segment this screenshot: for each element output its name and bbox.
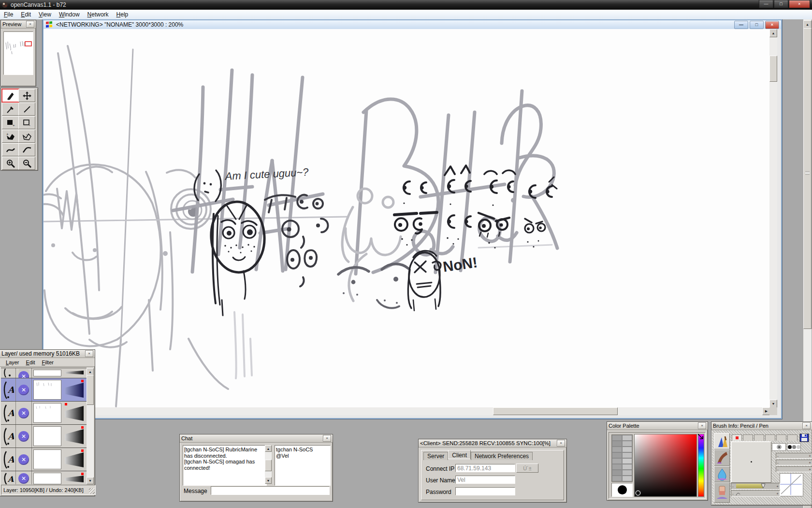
menu-network[interactable]: Network	[84, 10, 113, 19]
layer-scrollbar[interactable]: ▲ ▼	[87, 368, 94, 483]
menu-window[interactable]: Window	[55, 10, 84, 19]
chat-titlebar[interactable]: Chat ×	[180, 434, 333, 443]
brush-preset-tab[interactable]	[765, 434, 775, 441]
tool-line[interactable]	[18, 103, 35, 116]
chat-user-list[interactable]: tgchan N-SoCS @Vel	[275, 445, 331, 486]
layer-menu-edit[interactable]: Edit	[23, 359, 38, 366]
chat-user[interactable]: @Vel	[276, 453, 329, 459]
preview-titlebar[interactable]: Preview ×	[1, 20, 36, 29]
layer-network-badge[interactable]: ✕	[18, 473, 29, 484]
chat-scroll-up-icon[interactable]: ▲	[265, 445, 272, 452]
layer-opacity-gradient[interactable]	[65, 371, 84, 374]
canvas-vscrollbar[interactable]: ▲ ▼	[769, 29, 777, 415]
tool-polygon[interactable]: -	[18, 130, 35, 143]
layer-network-badge[interactable]: ✕	[18, 408, 29, 418]
layer-thumbnail[interactable]	[33, 370, 61, 376]
canvas-hscrollbar[interactable]: ◀ ▶	[44, 407, 769, 415]
opacity-marker[interactable]	[81, 449, 84, 452]
scroll-down-icon[interactable]: ▼	[769, 400, 777, 408]
restore-button[interactable]: □	[774, 0, 788, 8]
chat-message-input[interactable]	[211, 486, 330, 495]
mdi-scroll-up-icon[interactable]: ▲	[803, 20, 812, 29]
brush-type-eraser[interactable]	[714, 482, 730, 503]
brush-param-slider[interactable]: -+	[776, 453, 812, 459]
canvas-maximize-button[interactable]: □	[750, 21, 764, 29]
layer-thumbnail[interactable]	[33, 449, 61, 469]
connect-button[interactable]: Ú´±	[516, 463, 538, 473]
user-name-input[interactable]	[455, 476, 515, 484]
brush-type-pencil-pen[interactable]	[714, 433, 730, 449]
layer-opacity-gradient[interactable]	[65, 476, 84, 482]
brush-info-close-icon[interactable]: ×	[802, 422, 811, 429]
layer-scroll-up-icon[interactable]: ▲	[87, 368, 94, 375]
layer-thumbnail[interactable]	[33, 426, 61, 446]
brush-type-brush[interactable]	[714, 449, 730, 466]
tab-server[interactable]: Server	[423, 452, 448, 460]
gray-swatch-grid[interactable]	[611, 434, 633, 482]
menu-help[interactable]: Help	[113, 10, 132, 19]
layer-network-badge[interactable]: ✕	[18, 454, 29, 465]
brush-density-option[interactable]	[787, 443, 801, 451]
brush-info-titlebar[interactable]: Brush Info: Pencil / Pen ×	[711, 422, 812, 430]
hue-strip[interactable]	[698, 434, 704, 497]
menu-view[interactable]: View	[35, 10, 55, 19]
menu-file[interactable]: File	[0, 10, 17, 19]
color-palette-close-icon[interactable]: ×	[698, 422, 706, 429]
saturation-value-picker[interactable]	[634, 434, 697, 497]
layer-close-icon[interactable]: ×	[85, 350, 93, 357]
tool-rectangle[interactable]: -	[18, 116, 35, 129]
pressure-curve-editor[interactable]	[780, 473, 803, 496]
tool-eyedropper[interactable]	[2, 103, 19, 116]
layer-network-badge[interactable]: ✕	[18, 385, 29, 395]
current-color-well[interactable]	[611, 483, 633, 497]
canvas-close-button[interactable]: ×	[765, 21, 779, 29]
color-palette-titlebar[interactable]: Color Palette ×	[607, 422, 708, 430]
layer-row-selected[interactable]: A ✕	[1, 378, 87, 402]
brush-param-slider[interactable]: -+	[776, 460, 812, 465]
opacity-marker[interactable]	[65, 403, 67, 405]
layer-opacity-gradient[interactable]	[65, 452, 84, 467]
brush-preset-tab[interactable]	[743, 434, 753, 441]
chat-message-log[interactable]: [tgchan N-SoCS] RubricMarine has disconn…	[183, 445, 267, 486]
layer-scroll-down-icon[interactable]: ▼	[87, 477, 94, 484]
minimize-button[interactable]: —	[759, 0, 773, 8]
close-button[interactable]: ×	[789, 0, 810, 8]
brush-param-slider[interactable]: -+	[776, 466, 812, 472]
connect-ip-input[interactable]	[455, 464, 515, 472]
layer-opacity-gradient[interactable]	[65, 406, 84, 421]
size-slider-handle[interactable]	[760, 483, 766, 489]
scroll-up-icon[interactable]: ▲	[769, 29, 777, 37]
canvas-minimize-button[interactable]: —	[734, 21, 748, 29]
layer-menu-filter[interactable]: Filter	[39, 359, 57, 366]
chat-scrollbar[interactable]: ▲ ▼	[265, 445, 272, 484]
layer-opacity-gradient[interactable]	[65, 429, 84, 444]
preview-close-icon[interactable]: ×	[26, 21, 34, 28]
layer-menu-layer[interactable]: Layer	[3, 359, 22, 366]
tool-zoom-in[interactable]	[2, 157, 19, 170]
tool-pencil[interactable]	[2, 89, 19, 102]
resize-grip[interactable]	[89, 488, 95, 494]
canvas-drawing[interactable]: Am I cute uguu~?	[44, 29, 769, 407]
opacity-slider-handle[interactable]	[735, 491, 741, 496]
brush-preset-tab[interactable]	[776, 434, 786, 441]
layer-row[interactable]: ✕	[1, 368, 87, 378]
brush-preset-tab-active[interactable]	[732, 434, 742, 441]
hscroll-thumb[interactable]	[493, 407, 618, 415]
layer-row[interactable]: A ✕	[1, 402, 87, 425]
canvas-surface[interactable]: Am I cute uguu~?	[44, 29, 769, 407]
tab-client[interactable]: Client	[448, 450, 471, 459]
brush-preset-tab[interactable]	[754, 434, 764, 441]
layer-network-badge[interactable]: ✕	[18, 431, 29, 442]
chat-close-icon[interactable]: ×	[323, 435, 331, 442]
brush-preset-tab[interactable]	[787, 434, 798, 441]
tool-curve[interactable]	[2, 143, 19, 156]
chat-user[interactable]: tgchan N-SoCS	[276, 447, 329, 453]
layer-thumbnail[interactable]	[33, 403, 61, 423]
opacity-marker[interactable]	[81, 426, 84, 429]
app-titlebar[interactable]: openCanvas1.1 - b72 — □ ×	[0, 0, 812, 10]
tool-filled-rectangle[interactable]: +	[2, 116, 19, 129]
layer-row[interactable]: A ✕	[1, 425, 87, 448]
brush-opacity-slider[interactable]: - +	[731, 490, 780, 497]
tool-zoom-out[interactable]	[18, 157, 35, 170]
layer-thumbnail[interactable]	[33, 380, 61, 400]
